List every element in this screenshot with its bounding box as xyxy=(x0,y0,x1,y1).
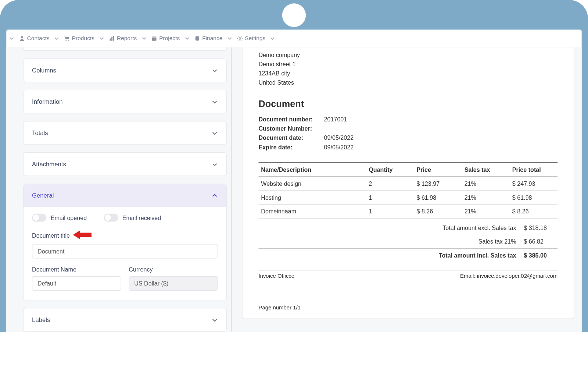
card-partial xyxy=(23,47,227,51)
cell-desc: Website design xyxy=(258,177,366,191)
meta-label: Customer Number: xyxy=(258,124,324,133)
meta-label: Expire date: xyxy=(258,142,324,152)
table-row: Domeinnaam 1 $ 8.26 21% $ 8.26 xyxy=(258,204,557,218)
total-excl-value: $ 318.18 xyxy=(524,224,557,231)
card-general: General Email opened Email received xyxy=(23,184,227,300)
card-header-attachments[interactable]: Attachments xyxy=(24,153,226,175)
card-title: Information xyxy=(32,98,62,105)
chevron-down-icon[interactable] xyxy=(8,32,16,45)
card-header-information[interactable]: Information xyxy=(24,90,226,113)
chevron-down-icon[interactable] xyxy=(226,32,234,45)
gear-icon xyxy=(237,35,243,41)
page-number: Page number 1/1 xyxy=(258,304,557,311)
meta-label: Document date: xyxy=(258,133,324,142)
meta-label: Document number: xyxy=(258,114,324,124)
nav-settings[interactable]: Settings xyxy=(235,33,267,43)
cell-qty: 1 xyxy=(366,191,414,205)
total-tax-label: Sales tax 21% xyxy=(422,238,524,245)
svg-rect-3 xyxy=(110,38,111,40)
table-header-row: Name/Description Quantity Price Sales ta… xyxy=(258,162,557,177)
toggle-label: Email opened xyxy=(51,214,87,221)
content-area: Columns Information Totals xyxy=(6,47,581,332)
document-name-input[interactable] xyxy=(32,276,121,291)
total-incl-label: Total amount incl. Sales tax xyxy=(422,252,524,259)
chevron-down-icon[interactable] xyxy=(269,32,277,45)
toggle-email-opened[interactable] xyxy=(32,213,46,221)
label-text: Document title xyxy=(32,232,70,238)
card-header-columns[interactable]: Columns xyxy=(24,59,226,82)
document-title-label: Document title xyxy=(32,230,218,241)
cell-qty: 2 xyxy=(366,177,414,191)
address-name: Demo company xyxy=(258,51,557,60)
document-preview-column: Demo company Demo street 1 1234AB city U… xyxy=(234,47,582,332)
document-preview: Demo company Demo street 1 1234AB city U… xyxy=(242,47,574,319)
nav-label: Settings xyxy=(245,35,265,41)
nav-projects[interactable]: Projects xyxy=(150,33,182,43)
document-name-label: Document Name xyxy=(32,266,121,273)
svg-point-0 xyxy=(21,36,23,38)
document-meta-table: Document number: 2017001 Customer Number… xyxy=(258,114,354,152)
chevron-down-icon xyxy=(212,67,218,73)
address-country: United States xyxy=(258,78,557,88)
total-tax-value: $ 66.82 xyxy=(524,238,557,245)
card-labels: Labels xyxy=(23,308,227,331)
app-screen: Contacts Products Reports Projects Finan… xyxy=(6,29,581,332)
annotation-red-arrow-icon xyxy=(73,230,92,241)
chevron-down-icon xyxy=(212,130,218,136)
total-excl-label: Total amount excl. Sales tax xyxy=(422,224,524,231)
nav-reports[interactable]: Reports xyxy=(107,33,138,43)
card-body-general: Email opened Email received Document tit… xyxy=(24,207,226,300)
totals-block: Total amount excl. Sales tax $ 318.18 Sa… xyxy=(258,221,557,262)
nav-contacts[interactable]: Contacts xyxy=(17,33,51,43)
cell-tax: 21% xyxy=(462,204,510,218)
address-zip: 1234AB city xyxy=(258,69,557,78)
nav-products[interactable]: Products xyxy=(62,33,96,43)
card-attachments: Attachments xyxy=(23,152,227,176)
nav-label: Projects xyxy=(159,35,180,41)
chevron-down-icon[interactable] xyxy=(53,32,61,45)
address-street: Demo street 1 xyxy=(258,60,557,69)
card-header-totals[interactable]: Totals xyxy=(24,121,226,144)
card-header-labels[interactable]: Labels xyxy=(24,308,226,331)
cell-total: $ 8.26 xyxy=(510,204,557,218)
nav-label: Reports xyxy=(117,35,137,41)
chevron-down-icon xyxy=(212,316,218,323)
currency-label: Currency xyxy=(129,266,218,273)
table-row: Hosting 1 $ 61.98 21% $ 61.98 xyxy=(258,191,557,205)
col-price: Price xyxy=(414,162,462,177)
cell-price: $ 61.98 xyxy=(414,191,462,205)
card-columns: Columns xyxy=(23,58,227,82)
col-tax: Sales tax xyxy=(462,162,510,177)
currency-select[interactable] xyxy=(129,276,218,291)
svg-point-1 xyxy=(66,40,67,41)
cell-desc: Domeinnaam xyxy=(258,204,366,218)
card-header-general[interactable]: General xyxy=(24,184,226,207)
cell-qty: 1 xyxy=(366,204,414,218)
chevron-down-icon[interactable] xyxy=(140,32,148,45)
meta-value: 09/05/2022 xyxy=(324,133,354,142)
nav-finance[interactable]: Finance xyxy=(193,33,224,43)
chevron-down-icon[interactable] xyxy=(98,32,105,45)
chevron-up-icon xyxy=(212,192,218,198)
cell-total: $ 61.98 xyxy=(510,191,557,205)
cell-tax: 21% xyxy=(462,191,510,205)
line-items-table: Name/Description Quantity Price Sales ta… xyxy=(258,162,557,219)
nav-label: Products xyxy=(72,35,94,41)
card-title: Columns xyxy=(32,67,56,74)
card-totals: Totals xyxy=(23,121,227,145)
chevron-down-icon xyxy=(212,161,218,167)
svg-rect-4 xyxy=(111,37,112,40)
calendar-icon xyxy=(151,35,157,41)
nav-label: Contacts xyxy=(27,35,50,41)
card-information: Information xyxy=(23,90,227,113)
document-title-input[interactable] xyxy=(32,244,218,258)
toggle-email-received[interactable] xyxy=(104,213,118,221)
chevron-down-icon[interactable] xyxy=(183,32,191,45)
svg-point-10 xyxy=(239,38,241,39)
device-frame: Contacts Products Reports Projects Finan… xyxy=(0,0,588,332)
chevron-down-icon xyxy=(212,98,218,104)
card-title: Totals xyxy=(32,130,48,136)
footer-right: Email: invoice.developer.02@gmail.com xyxy=(460,273,557,279)
document-footer: Invoice Officce Email: invoice.developer… xyxy=(258,270,557,279)
company-address: Demo company Demo street 1 1234AB city U… xyxy=(258,51,557,88)
